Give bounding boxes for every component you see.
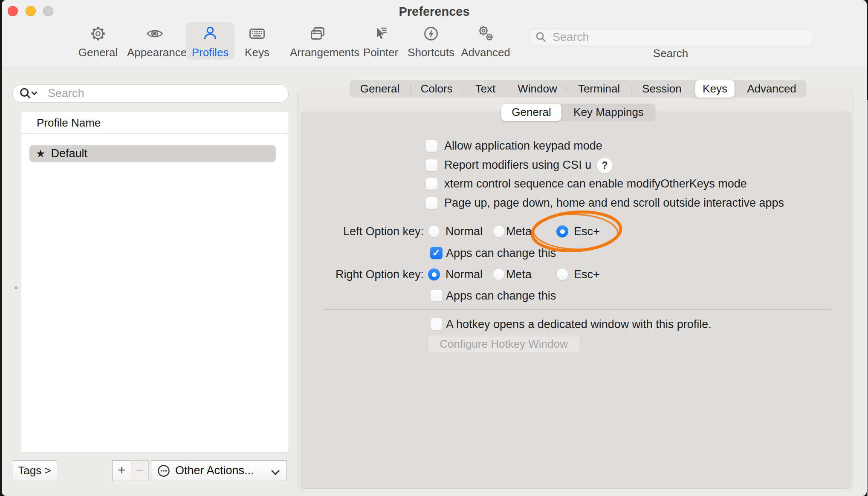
chevron-down-icon xyxy=(271,467,280,475)
toolbar-item-arrangements[interactable]: Arrangements xyxy=(290,22,345,61)
radio-left-esc[interactable] xyxy=(556,225,568,237)
bolt-icon xyxy=(421,24,441,43)
checkbox-page-scroll[interactable] xyxy=(425,197,438,209)
checkbox-csi-u[interactable] xyxy=(425,159,438,171)
tab-terminal[interactable]: Terminal xyxy=(567,80,631,98)
gear-icon xyxy=(88,24,108,43)
toolbar-search-field[interactable] xyxy=(529,28,812,46)
divider xyxy=(324,215,831,215)
radio-right-normal-label[interactable]: Normal xyxy=(446,268,483,282)
radio-right-meta[interactable] xyxy=(493,268,505,280)
ellipsis-circle-icon xyxy=(156,464,171,478)
remove-profile-button[interactable]: − xyxy=(131,460,149,481)
radio-left-esc-label[interactable]: Esc+ xyxy=(574,225,600,239)
radio-left-normal-label[interactable]: Normal xyxy=(446,225,483,239)
radio-right-normal[interactable] xyxy=(428,268,440,280)
toolbar-search-input[interactable] xyxy=(552,30,812,44)
tab-window[interactable]: Window xyxy=(508,80,567,98)
configure-hotkey-window-button[interactable]: Configure Hotkey Window xyxy=(427,335,580,353)
tab-text[interactable]: Text xyxy=(463,80,508,98)
radio-right-esc[interactable] xyxy=(556,268,568,280)
toolbar-search-caption: Search xyxy=(529,47,812,60)
tab-colors[interactable]: Colors xyxy=(411,80,463,98)
profile-name: Default xyxy=(51,147,87,160)
add-profile-button[interactable]: + xyxy=(112,460,131,481)
tab-general[interactable]: General xyxy=(350,80,410,98)
tab-advanced[interactable]: Advanced xyxy=(738,80,806,98)
profile-row-default[interactable]: ★ Default xyxy=(29,145,276,162)
checkbox-page-scroll-label[interactable]: Page up, page down, home and end scroll … xyxy=(444,196,784,210)
resize-dot xyxy=(14,286,17,289)
toolbar-item-shortcuts[interactable]: Shortcuts xyxy=(403,22,459,61)
toolbar-item-keys[interactable]: Keys xyxy=(229,22,285,61)
checkbox-left-apps-change[interactable] xyxy=(430,247,443,259)
checkbox-app-keypad[interactable] xyxy=(425,140,438,152)
radio-left-meta-label[interactable]: Meta xyxy=(506,225,532,239)
checkbox-hotkey-window[interactable] xyxy=(430,318,443,330)
profile-tabbar: General Colors Text Window Terminal Sess… xyxy=(350,80,807,98)
radio-left-meta[interactable] xyxy=(493,225,505,237)
checkbox-csi-u-label[interactable]: Report modifiers using CSI u xyxy=(444,158,591,172)
divider xyxy=(324,309,831,310)
toolbar-item-advanced[interactable]: Advanced xyxy=(458,22,513,61)
profile-search-input[interactable] xyxy=(47,87,288,101)
other-actions-dropdown[interactable]: Other Actions... xyxy=(151,460,286,481)
profile-list: Profile Name ★ Default xyxy=(21,112,289,453)
left-option-key-label: Left Option key: xyxy=(298,225,424,239)
help-button[interactable]: ? xyxy=(597,158,613,173)
search-icon xyxy=(535,31,547,43)
subtab-key-mappings[interactable]: Key Mappings xyxy=(561,104,656,121)
toolbar-item-general[interactable]: General xyxy=(70,22,126,61)
checkbox-left-apps-change-label[interactable]: Apps can change this xyxy=(446,246,556,260)
cursor-icon xyxy=(371,24,391,43)
toolbar-item-pointer[interactable]: Pointer xyxy=(353,22,408,61)
titlebar: Preferences General Appearance Profiles … xyxy=(2,0,867,67)
profile-search-field[interactable] xyxy=(12,84,289,103)
radio-left-normal[interactable] xyxy=(428,225,440,237)
radio-right-esc-label[interactable]: Esc+ xyxy=(574,268,600,282)
gears-icon xyxy=(476,24,495,43)
windows-icon xyxy=(308,24,327,43)
tags-button[interactable]: Tags > xyxy=(12,460,57,481)
keys-subtabs: Key Mappings General xyxy=(501,104,656,121)
eye-icon xyxy=(145,24,165,43)
radio-right-meta-label[interactable]: Meta xyxy=(506,268,532,282)
checkbox-modify-other-keys-label[interactable]: xterm control sequence can enable modify… xyxy=(444,177,747,191)
preferences-window: Preferences General Appearance Profiles … xyxy=(0,0,868,496)
toolbar-item-appearance[interactable]: Appearance xyxy=(127,22,182,61)
profile-list-header: Profile Name xyxy=(21,112,289,134)
tab-keys[interactable]: Keys xyxy=(695,80,735,98)
tab-session[interactable]: Session xyxy=(631,80,692,98)
checkbox-right-apps-change-label[interactable]: Apps can change this xyxy=(446,289,556,303)
keyboard-icon xyxy=(247,24,267,43)
subtab-general[interactable]: General xyxy=(501,104,561,121)
person-icon xyxy=(200,24,220,43)
checkbox-modify-other-keys[interactable] xyxy=(425,178,438,190)
right-option-key-label: Right Option key: xyxy=(298,268,424,282)
checkbox-app-keypad-label[interactable]: Allow application keypad mode xyxy=(444,139,602,153)
search-filter-icon xyxy=(19,87,43,101)
other-actions-label: Other Actions... xyxy=(175,464,254,477)
default-star-icon: ★ xyxy=(36,147,45,160)
window-title: Preferences xyxy=(2,5,867,19)
checkbox-hotkey-window-label[interactable]: A hotkey opens a dedicated window with t… xyxy=(446,317,712,332)
checkbox-right-apps-change[interactable] xyxy=(430,289,443,302)
